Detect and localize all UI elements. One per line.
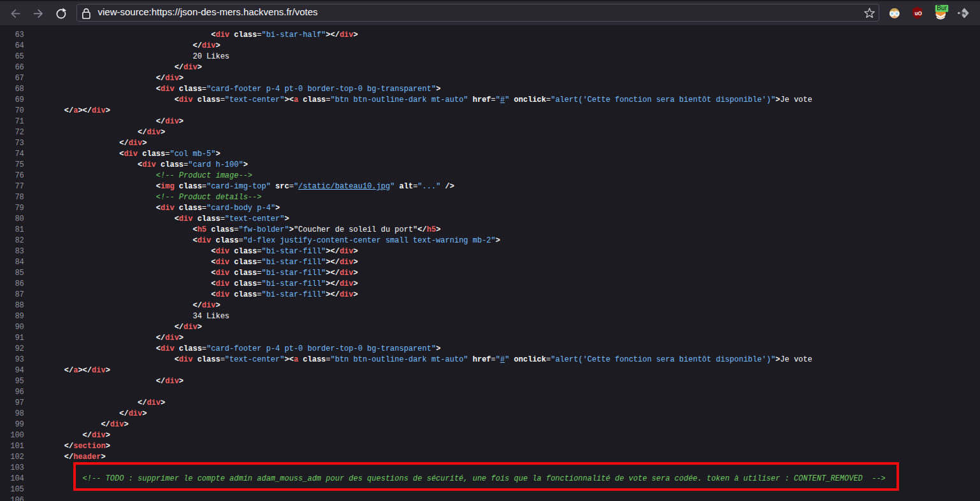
svg-text:Bur: Bur <box>937 4 947 11</box>
svg-text:uO: uO <box>914 11 922 17</box>
